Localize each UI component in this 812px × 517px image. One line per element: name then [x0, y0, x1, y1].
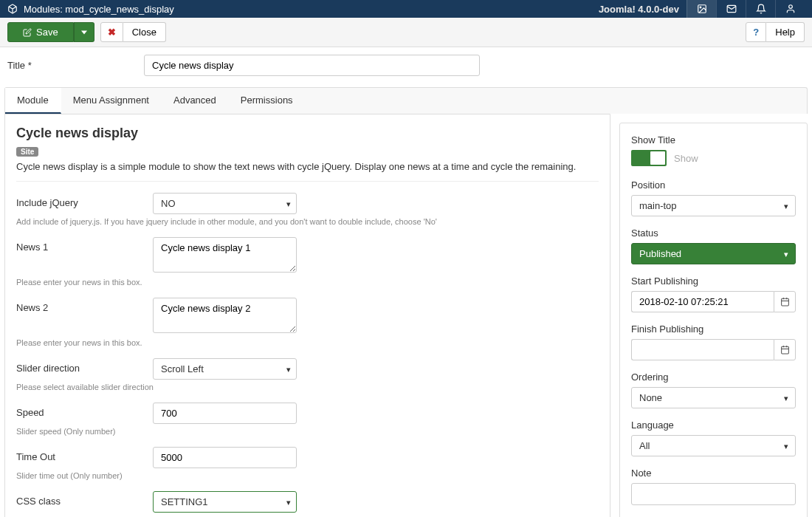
status-label: Status	[631, 227, 796, 239]
top-bar-left: Modules: mod_cycle_news_display	[7, 4, 591, 15]
finish-publishing-group: Finish Publishing	[631, 323, 796, 360]
note-label: Note	[631, 468, 796, 479]
ordering-label: Ordering	[631, 372, 796, 383]
css-class-label: CSS class	[16, 491, 153, 507]
close-label: Close	[132, 27, 156, 38]
language-select[interactable]: All	[631, 435, 796, 456]
top-bar-right: Joomla! 4.0.0-dev	[591, 0, 805, 18]
show-title-toggle: Show	[631, 150, 698, 166]
start-publishing-label: Start Publishing	[631, 275, 796, 287]
start-publishing-group: Start Publishing	[631, 275, 796, 312]
note-group: Note	[631, 468, 796, 505]
timeout-hint: Slider time out (Only number)	[16, 471, 599, 480]
field-timeout: Time Out	[16, 447, 599, 468]
title-input[interactable]	[144, 55, 480, 76]
slider-direction-hint: Please select available slider direction	[16, 383, 599, 391]
tab-permissions[interactable]: Permissions	[229, 88, 306, 114]
toolbar: Save ✖ Close ? Help	[0, 18, 812, 47]
toggle-knob	[650, 151, 665, 165]
start-publishing-input[interactable]	[631, 291, 774, 312]
position-select[interactable]: main-top	[631, 195, 796, 216]
include-jquery-hint: Add include of jquery.js. If you have jq…	[16, 217, 599, 226]
note-input[interactable]	[631, 483, 796, 505]
module-heading: Cycle news display	[16, 126, 599, 141]
css-class-select-wrap: SETTING1 ▾	[153, 491, 297, 513]
separator	[16, 181, 599, 182]
svg-rect-4	[781, 298, 788, 306]
news2-label: News 2	[16, 298, 153, 313]
help-q-button[interactable]: ?	[746, 22, 766, 42]
finish-publishing-input[interactable]	[631, 339, 774, 360]
tab-module[interactable]: Module	[5, 88, 61, 114]
ordering-select[interactable]: None	[631, 387, 796, 408]
include-jquery-label: Include jQuery	[16, 193, 153, 208]
news1-hint: Please enter your news in this box.	[16, 278, 599, 287]
slider-direction-label: Slider direction	[16, 358, 153, 374]
show-title-label: Show Title	[631, 134, 796, 145]
status-group: Status Published ▾	[631, 227, 796, 264]
show-title-switch[interactable]	[631, 150, 667, 166]
user-icon[interactable]	[775, 0, 805, 18]
page-title: Modules: mod_cycle_news_display	[24, 4, 174, 15]
finish-publishing-label: Finish Publishing	[631, 323, 796, 335]
finish-publishing-calendar-button[interactable]	[774, 339, 796, 360]
css-class-select[interactable]: SETTING1	[153, 491, 297, 513]
version-label: Joomla! 4.0.0-dev	[591, 4, 687, 15]
site-badge: Site	[16, 147, 38, 157]
help-label: Help	[775, 27, 795, 38]
position-label: Position	[631, 179, 796, 191]
field-slider-direction: Slider direction Scroll Left ▾	[16, 358, 599, 380]
include-jquery-select-wrap: NO ▾	[153, 193, 297, 214]
news1-textarea[interactable]: Cycle news display 1	[153, 237, 297, 273]
main-column: Cycle news display Site Cycle news displ…	[4, 114, 610, 517]
timeout-label: Time Out	[16, 447, 153, 462]
calendar-icon	[780, 297, 790, 307]
mail-icon[interactable]	[716, 0, 746, 18]
svg-point-3	[788, 5, 792, 9]
save-group: Save	[7, 22, 94, 42]
status-select[interactable]: Published	[631, 243, 796, 264]
close-group: ✖ Close	[94, 22, 166, 42]
field-speed: Speed	[16, 403, 599, 424]
speed-input[interactable]	[153, 403, 297, 424]
speed-label: Speed	[16, 403, 153, 418]
slider-direction-select[interactable]: Scroll Left	[153, 358, 297, 380]
picture-icon[interactable]	[687, 0, 716, 18]
calendar-icon	[780, 345, 790, 355]
help-button[interactable]: Help	[766, 22, 805, 42]
speed-hint: Slider speed (Only number)	[16, 427, 599, 436]
top-bar: Modules: mod_cycle_news_display Joomla! …	[0, 0, 812, 18]
close-button[interactable]: Close	[123, 22, 166, 42]
save-dropdown-button[interactable]	[74, 22, 94, 42]
close-x-button[interactable]: ✖	[100, 22, 123, 42]
field-news1: News 1 Cycle news display 1	[16, 237, 599, 275]
save-button[interactable]: Save	[7, 22, 74, 42]
help-group: ? Help	[746, 22, 805, 42]
timeout-input[interactable]	[153, 447, 297, 468]
sidebar: Show Title Show Position main-top ▾ Stat…	[619, 123, 808, 517]
language-group: Language All ▾	[631, 420, 796, 456]
language-label: Language	[631, 420, 796, 431]
tabs: Module Menu Assignment Advanced Permissi…	[4, 87, 808, 114]
news2-hint: Please enter your news in this box.	[16, 338, 599, 347]
save-label: Save	[36, 27, 58, 38]
tabs-wrap: Module Menu Assignment Advanced Permissi…	[0, 87, 812, 114]
module-description: Cycle news display is a simple module to…	[16, 161, 599, 172]
news2-textarea[interactable]: Cycle news display 2	[153, 298, 297, 333]
field-include-jquery: Include jQuery NO ▾	[16, 193, 599, 214]
start-publishing-calendar-button[interactable]	[774, 291, 796, 312]
svg-rect-8	[781, 346, 788, 354]
field-news2: News 2 Cycle news display 2	[16, 298, 599, 335]
module-icon	[7, 4, 18, 14]
tab-menu-assignment[interactable]: Menu Assignment	[61, 88, 162, 114]
position-group: Position main-top ▾	[631, 179, 796, 216]
slider-direction-select-wrap: Scroll Left ▾	[153, 358, 297, 380]
news1-label: News 1	[16, 237, 153, 253]
show-title-group: Show Title Show	[631, 134, 796, 168]
bell-icon[interactable]	[746, 0, 775, 18]
ordering-group: Ordering None ▾	[631, 372, 796, 408]
include-jquery-select[interactable]: NO	[153, 193, 297, 214]
show-title-state: Show	[674, 153, 698, 164]
tab-advanced[interactable]: Advanced	[162, 88, 229, 114]
toolbar-right: ? Help	[746, 22, 805, 42]
